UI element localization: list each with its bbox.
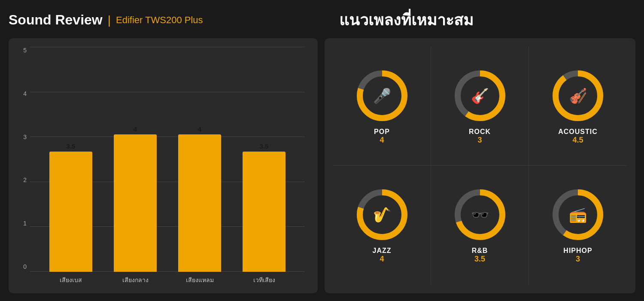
pop-label: POP <box>374 128 390 136</box>
y-axis: 5 4 3 2 1 0 <box>17 47 30 285</box>
chart-area: 5 4 3 2 1 0 <box>17 47 305 285</box>
jazz-label: JAZZ <box>373 247 392 255</box>
genre-cell-rnb: 🕶️ R&B 3.5 <box>431 166 529 285</box>
genre-panel: 🎤 POP 4 🎸 ROCK 3 � <box>325 38 635 293</box>
main-content: 5 4 3 2 1 0 <box>9 38 635 293</box>
x-label-treble: เสียงแหลม <box>178 275 221 285</box>
bar-group-mid: 4 <box>114 125 157 272</box>
genre-cell-hiphop: 📻 HIPHOP 3 <box>529 166 627 285</box>
y-label-0: 0 <box>23 263 27 270</box>
bar-group-treble: 4 <box>178 125 221 272</box>
bar-chart-panel: 5 4 3 2 1 0 <box>9 38 318 293</box>
x-label-soundstage: เวทีเสียง <box>243 275 286 285</box>
grid-and-bars: 3.5 4 4 3.5 <box>30 47 305 272</box>
y-label-3: 3 <box>23 134 27 140</box>
x-labels: เสียงเบส เสียงกลาง เสียงแหลม เวทีเสียง <box>30 272 305 285</box>
rnb-score: 3.5 <box>474 255 485 264</box>
header-separator: | <box>108 13 111 27</box>
hiphop-score: 3 <box>576 255 580 264</box>
header-subtitle: Edifier TWS200 Plus <box>116 15 203 26</box>
y-label-1: 1 <box>23 220 27 227</box>
rnb-label: R&B <box>472 247 488 255</box>
bar-soundstage <box>243 152 286 272</box>
y-label-4: 4 <box>23 90 27 97</box>
acoustic-icon: 🎻 <box>569 87 587 104</box>
page-title: Sound Review <box>9 12 103 28</box>
donut-acoustic: 🎻 <box>550 68 606 124</box>
header-left: Sound Review | Edifier TWS200 Plus <box>9 12 326 28</box>
bar-value-mid: 4 <box>134 125 137 133</box>
bar-mid <box>114 134 157 272</box>
x-label-mid: เสียงกลาง <box>114 275 157 285</box>
bar-value-bass: 3.5 <box>67 143 76 150</box>
chart-inner: 3.5 4 4 3.5 <box>30 47 305 285</box>
bars-container: 3.5 4 4 3.5 <box>30 47 305 272</box>
pop-icon: 🎤 <box>373 87 391 104</box>
bar-group-soundstage: 3.5 <box>243 143 286 272</box>
rock-icon: 🎸 <box>471 87 489 104</box>
genre-cell-jazz: 🎷 JAZZ 4 <box>333 166 431 285</box>
page-header: Sound Review | Edifier TWS200 Plus แนวเพ… <box>9 8 635 32</box>
donut-rnb: 🕶️ <box>452 187 508 243</box>
genre-cell-rock: 🎸 ROCK 3 <box>431 47 529 166</box>
jazz-icon: 🎷 <box>373 206 391 223</box>
genre-cell-pop: 🎤 POP 4 <box>333 47 431 166</box>
hiphop-label: HIPHOP <box>563 247 592 255</box>
rock-label: ROCK <box>469 128 491 136</box>
bar-value-treble: 4 <box>198 125 201 133</box>
bar-group-bass: 3.5 <box>49 143 92 272</box>
right-section-title: แนวเพลงที่เหมาะสม <box>339 11 474 29</box>
y-label-2: 2 <box>23 176 27 183</box>
donut-rock: 🎸 <box>452 68 508 124</box>
genre-cell-acoustic: 🎻 ACOUSTIC 4.5 <box>529 47 627 166</box>
jazz-score: 4 <box>380 255 384 264</box>
pop-score: 4 <box>380 136 384 145</box>
bar-treble <box>178 134 221 272</box>
donut-hiphop: 📻 <box>550 187 606 243</box>
header-right: แนวเพลงที่เหมาะสม <box>326 8 635 32</box>
x-label-bass: เสียงเบส <box>49 275 92 285</box>
bar-bass <box>49 152 92 272</box>
bar-value-soundstage: 3.5 <box>260 143 269 150</box>
rnb-icon: 🕶️ <box>471 206 489 223</box>
y-label-5: 5 <box>23 47 27 54</box>
acoustic-label: ACOUSTIC <box>558 128 598 136</box>
acoustic-score: 4.5 <box>572 136 583 145</box>
donut-pop: 🎤 <box>354 68 410 124</box>
rock-score: 3 <box>477 136 482 145</box>
donut-jazz: 🎷 <box>354 187 410 243</box>
hiphop-icon: 📻 <box>569 206 587 223</box>
